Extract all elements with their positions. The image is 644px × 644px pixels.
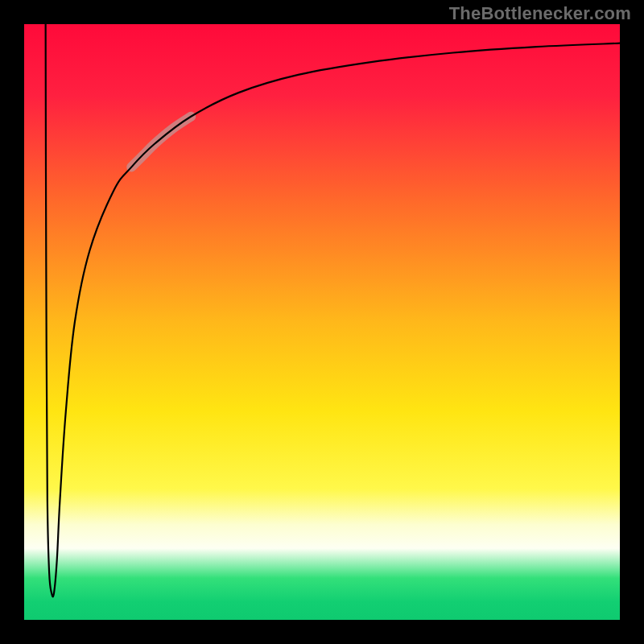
watermark-text: TheBottlenecker.com — [449, 3, 631, 24]
chart-root: TheBottlenecker.com — [0, 0, 644, 644]
plot-svg — [24, 24, 620, 620]
plot-frame — [24, 24, 620, 620]
gradient-background — [24, 24, 620, 620]
